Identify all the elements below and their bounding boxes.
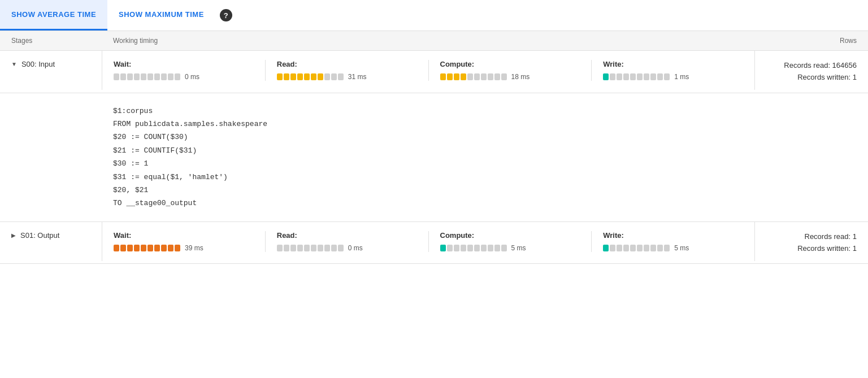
stage-s01-wait-bar-track bbox=[114, 245, 180, 251]
stage-s01-header: ▶ S01: Output Wait: bbox=[0, 222, 868, 264]
stage-s01-records-read: Records read: 1 bbox=[766, 231, 857, 243]
column-headers: Stages Working timing Rows bbox=[0, 31, 868, 51]
stage-s00-wait-cell: Wait: bbox=[114, 60, 266, 81]
stage-s01-compute-value: 5 ms bbox=[511, 244, 526, 252]
stage-s01-compute-label: Compute: bbox=[440, 231, 580, 240]
stage-s01-read-value: 0 ms bbox=[348, 244, 363, 252]
show-average-time-tab[interactable]: SHOW AVERAGE TIME bbox=[0, 0, 107, 31]
query-section: $1:corpus FROM publicdata.samples.shakes… bbox=[0, 93, 868, 222]
stage-s00-write-bar-track bbox=[603, 73, 670, 80]
show-maximum-time-tab[interactable]: SHOW MAXIMUM TIME bbox=[107, 0, 215, 31]
query-line-1: FROM publicdata.samples.shakespeare bbox=[113, 118, 857, 131]
stage-s00-timing-col: Wait: bbox=[102, 51, 755, 90]
stage-s01-read-cell: Read: bbox=[266, 231, 429, 252]
stage-s01-write-cell: Write: bbox=[592, 231, 743, 252]
stage-s01-write-value: 5 ms bbox=[674, 244, 689, 252]
stage-s00-header: ▼ S00: Input Wait: bbox=[0, 51, 868, 93]
stage-s01-rows-col: Records read: 1 Records written: 1 bbox=[755, 222, 868, 264]
stage-s01-read-bar-track bbox=[277, 245, 344, 251]
stage-s00-wait-bar-track bbox=[114, 73, 180, 80]
stage-s00-records-written: Records written: 1 bbox=[766, 72, 857, 84]
query-line-3: $21 := COUNTIF($31) bbox=[113, 144, 857, 157]
stage-s00-compute-value: 18 ms bbox=[511, 73, 530, 81]
stage-s01-write-bar-row: 5 ms bbox=[603, 244, 743, 252]
stage-s01-records-written: Records written: 1 bbox=[766, 243, 857, 255]
stage-s01-wait-label: Wait: bbox=[114, 231, 254, 240]
stage-s00-chevron[interactable]: ▼ bbox=[11, 61, 17, 67]
stage-s00-read-value: 31 ms bbox=[348, 73, 367, 81]
help-icon[interactable]: ? bbox=[220, 9, 232, 21]
stage-s00-wait-label: Wait: bbox=[114, 60, 254, 68]
query-line-0: $1:corpus bbox=[113, 105, 857, 118]
query-line-2: $20 := COUNT($30) bbox=[113, 131, 857, 144]
stage-s00-write-value: 1 ms bbox=[674, 73, 689, 81]
stage-s01-section: ▶ S01: Output Wait: bbox=[0, 222, 868, 264]
stage-s01-label: S01: Output bbox=[20, 231, 59, 240]
stage-s01-chevron[interactable]: ▶ bbox=[11, 232, 16, 238]
stage-s00-write-label: Write: bbox=[603, 60, 743, 68]
stage-s01-write-label: Write: bbox=[603, 231, 743, 240]
stage-s01-compute-cell: Compute: bbox=[429, 231, 592, 252]
stage-s01-compute-bar-row: 5 ms bbox=[440, 244, 580, 252]
stage-s00-timing-grid: Wait: bbox=[102, 60, 754, 81]
stage-s00-read-label: Read: bbox=[277, 60, 417, 68]
stage-s00-compute-bar-track bbox=[440, 73, 507, 80]
stage-s00-read-bar-row: 31 ms bbox=[277, 73, 417, 81]
stage-s00-read-bar-track bbox=[277, 73, 344, 80]
stage-s00-write-cell: Write: bbox=[592, 60, 743, 81]
query-line-4: $30 := 1 bbox=[113, 157, 857, 170]
stage-s01-timing-col: Wait: bbox=[102, 222, 755, 261]
stage-s00-records-read: Records read: 164656 bbox=[766, 60, 857, 72]
stage-s00-read-cell: Read: bbox=[266, 60, 429, 81]
stage-s00-write-bar-row: 1 ms bbox=[603, 73, 743, 81]
stage-s00-label: S00: Input bbox=[21, 60, 55, 68]
stage-s01-wait-value: 39 ms bbox=[185, 244, 203, 252]
stage-s01-wait-cell: Wait: bbox=[114, 231, 266, 252]
stage-s01-read-label: Read: bbox=[277, 231, 417, 240]
stage-s01-timing-grid: Wait: bbox=[102, 231, 754, 252]
stage-s00-label-col: ▼ S00: Input bbox=[0, 51, 102, 77]
stage-s00-compute-label: Compute: bbox=[440, 60, 580, 68]
stage-s01-read-bar-row: 0 ms bbox=[277, 244, 417, 252]
stage-s00-compute-bar-row: 18 ms bbox=[440, 73, 580, 81]
stage-s00-wait-value: 0 ms bbox=[185, 73, 199, 81]
stage-s01-write-bar-track bbox=[603, 245, 670, 251]
stage-s01-label-col: ▶ S01: Output bbox=[0, 222, 102, 249]
stages-col-header: Stages bbox=[11, 37, 113, 45]
query-line-5: $31 := equal($1, 'hamlet') bbox=[113, 171, 857, 184]
query-line-7: TO __stage00_output bbox=[113, 197, 857, 210]
working-timing-col-header: Working timing bbox=[113, 37, 744, 45]
stage-s01-wait-bar-row: 39 ms bbox=[114, 244, 254, 252]
stage-s00-section: ▼ S00: Input Wait: bbox=[0, 51, 868, 93]
rows-col-header: Rows bbox=[744, 37, 857, 45]
top-bar: SHOW AVERAGE TIME SHOW MAXIMUM TIME ? bbox=[0, 0, 868, 31]
stage-s00-rows-col: Records read: 164656 Records written: 1 bbox=[755, 51, 868, 93]
stage-s00-compute-cell: Compute: bbox=[429, 60, 592, 81]
stage-s00-wait-bar-row: 0 ms bbox=[114, 73, 254, 81]
query-line-6: $20, $21 bbox=[113, 184, 857, 197]
stage-s01-compute-bar-track bbox=[440, 245, 507, 251]
